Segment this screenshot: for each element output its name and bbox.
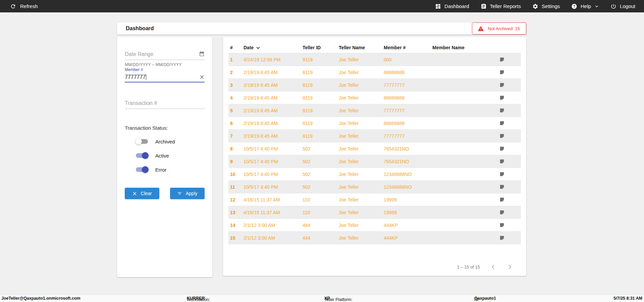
note-icon[interactable] [499, 120, 505, 126]
table-row[interactable]: 11 10/5/17 4:40 PM 502 Joe Teller 123488… [228, 181, 521, 193]
transactions-table-card: # Date Teller ID Teller Name Member # Me… [223, 37, 526, 276]
table-row[interactable]: 13 4/16/15 11:37 AM 110 Joe Teller 19999 [228, 206, 521, 219]
row-member-num: 444KP [384, 235, 432, 241]
table-row[interactable]: 12 4/16/15 11:37 AM 110 Joe Teller 19999 [228, 193, 521, 206]
col-header-teller-name: Teller Name [339, 45, 384, 50]
apply-button[interactable]: Apply [170, 188, 205, 199]
table-row[interactable]: 10 10/5/17 4:40 PM 502 Joe Teller 123488… [228, 168, 521, 181]
toggle-row-error: Error [136, 166, 205, 173]
refresh-button[interactable]: Refresh [0, 3, 38, 9]
row-teller-name: Joe Teller [339, 172, 384, 177]
row-number: 9 [230, 159, 244, 164]
not-archived-badge[interactable]: Not Archived: 15 [472, 22, 526, 35]
row-teller-name: Joe Teller [339, 82, 384, 88]
note-icon[interactable] [499, 235, 505, 241]
error-toggle-label: Error [155, 167, 166, 173]
top-navigation-bar: Refresh Dashboard Teller Reports Setting… [0, 0, 644, 12]
nav-help[interactable]: ? Help [571, 3, 599, 9]
row-date: 10/5/17 4:40 PM [244, 184, 303, 190]
clear-member-icon[interactable] [199, 74, 205, 80]
nav-dashboard[interactable]: Dashboard [435, 3, 469, 9]
table-row[interactable]: 9 10/5/17 4:40 PM 502 Joe Teller 7654321… [228, 155, 521, 168]
clipboard-icon [481, 3, 487, 9]
row-member-num: 88888888 [384, 95, 432, 101]
clear-button[interactable]: Clear [125, 188, 159, 199]
row-number: 7 [230, 133, 244, 139]
note-icon[interactable] [499, 184, 505, 190]
transaction-number-placeholder: Transaction # [125, 100, 157, 106]
note-icon[interactable] [499, 146, 505, 152]
member-number-input[interactable]: 7777777 [125, 72, 205, 82]
archived-toggle-label: Archived [155, 139, 175, 144]
table-row[interactable]: 3 2/19/19 8:45 AM 8119 Joe Teller 777777… [228, 79, 521, 92]
row-number: 2 [230, 70, 244, 75]
note-icon[interactable] [499, 69, 505, 75]
row-teller-name: Joe Teller [339, 57, 384, 62]
date-range-input[interactable]: Date Range [125, 49, 205, 60]
table-row[interactable]: 5 2/19/19 8:45 AM 8119 Joe Teller 777777… [228, 104, 521, 117]
row-date: 10/5/17 4:40 PM [244, 159, 303, 164]
error-toggle[interactable] [136, 166, 148, 173]
calendar-icon[interactable] [199, 51, 205, 57]
row-date: 2/19/19 8:45 AM [244, 95, 303, 101]
nav-teller-reports[interactable]: Teller Reports [481, 3, 521, 9]
row-teller-id: 8119 [303, 133, 339, 139]
row-teller-name: Joe Teller [339, 95, 384, 101]
row-member-num: 7654321NO [384, 159, 432, 164]
row-member-num: 19999 [384, 210, 432, 215]
table-row[interactable]: 8 10/5/17 4:40 PM 502 Joe Teller 7654321… [228, 142, 521, 155]
note-icon[interactable] [499, 222, 505, 228]
row-member-num: 88888888 [384, 70, 432, 75]
col-header-date[interactable]: Date [244, 45, 303, 50]
active-toggle[interactable] [136, 152, 148, 159]
row-date: 2/19/19 8:45 AM [244, 133, 303, 139]
table-row[interactable]: 1 4/24/19 12:58 PM 8119 Joe Teller 000 [228, 53, 521, 66]
table-row[interactable]: 14 2/1/12 3:00 AM 444 Joe Teller 444KP [228, 219, 521, 232]
table-row[interactable]: 7 2/19/19 8:45 AM 8119 Joe Teller 777777… [228, 130, 521, 142]
refresh-label: Refresh [20, 3, 38, 9]
note-icon[interactable] [499, 95, 505, 101]
row-date: 4/24/19 12:58 PM [244, 57, 303, 62]
nav-settings[interactable]: Settings [532, 3, 560, 9]
row-teller-id: 8119 [303, 108, 339, 113]
row-member-num: 12348888NO [384, 172, 432, 177]
row-date: 4/16/15 11:37 AM [244, 197, 303, 202]
col-header-teller-id: Teller ID [303, 45, 339, 50]
row-teller-id: 502 [303, 172, 339, 177]
not-archived-label: Not Archived: 15 [488, 26, 520, 31]
row-teller-id: 502 [303, 146, 339, 152]
row-teller-name: Joe Teller [339, 197, 384, 202]
date-format-hint: MM/DD/YYYY – MM/DD/YYYY [125, 62, 205, 67]
col-header-member-num: Member # [384, 45, 432, 50]
row-date: 2/1/12 3:00 AM [244, 235, 303, 241]
row-date: 2/1/12 3:00 AM [244, 223, 303, 228]
previous-page-icon[interactable] [489, 263, 497, 270]
row-member-num: 000 [384, 57, 432, 62]
note-icon[interactable] [499, 197, 505, 202]
note-icon[interactable] [499, 171, 505, 177]
col-header-num: # [230, 45, 244, 50]
row-teller-id: 444 [303, 235, 339, 241]
transaction-status-label: Transaction Status: [125, 125, 205, 131]
next-page-icon[interactable] [506, 263, 514, 270]
note-icon[interactable] [499, 57, 505, 62]
table-row[interactable]: 6 2/19/19 8:45 AM 8119 Joe Teller 888888… [228, 117, 521, 130]
note-icon[interactable] [499, 133, 505, 139]
table-row[interactable]: 2 2/19/19 8:45 AM 8119 Joe Teller 888888… [228, 66, 521, 79]
table-row[interactable]: 15 2/1/12 3:00 AM 444 Joe Teller 444KP [228, 232, 521, 244]
row-teller-name: Joe Teller [339, 121, 384, 126]
note-icon[interactable] [499, 82, 505, 88]
transaction-number-input[interactable]: Transaction # [125, 98, 205, 109]
nav-logout[interactable]: Logout [610, 3, 635, 9]
nav-logout-label: Logout [620, 3, 635, 9]
table-row[interactable]: 4 2/19/19 8:45 AM 8119 Joe Teller 888888… [228, 92, 521, 104]
row-teller-id: 502 [303, 159, 339, 164]
note-icon[interactable] [499, 159, 505, 164]
apply-button-label: Apply [185, 191, 197, 196]
row-member-num: 12348888NO [384, 184, 432, 190]
row-teller-id: 110 [303, 210, 339, 215]
note-icon[interactable] [499, 209, 505, 215]
row-member-num: 88888888 [384, 121, 432, 126]
note-icon[interactable] [499, 108, 505, 113]
archived-toggle[interactable] [136, 138, 148, 145]
